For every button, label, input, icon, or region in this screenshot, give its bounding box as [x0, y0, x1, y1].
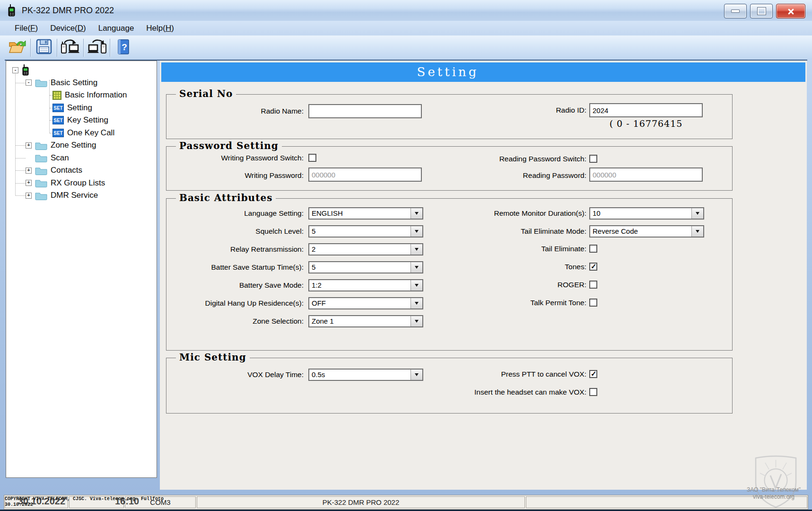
- folder-icon: [35, 191, 47, 200]
- tree-item-basic-information[interactable]: Basic Information: [6, 89, 157, 102]
- remote-monitor-duration-select[interactable]: 10: [589, 207, 704, 220]
- tree-root-radio[interactable]: -: [6, 64, 157, 77]
- write-computer-to-radio-icon: [87, 39, 107, 57]
- battery-save-mode-select[interactable]: 1:2: [308, 279, 423, 291]
- tree-item-key-setting[interactable]: SET Key Setting: [6, 114, 157, 127]
- close-button[interactable]: [776, 4, 805, 18]
- mic-setting-group: Mic Setting VOX Delay Time: 0.5s Press P…: [166, 358, 733, 414]
- tree-item-dmr-service[interactable]: + DMR Service: [6, 189, 157, 202]
- chevron-down-icon[interactable]: [410, 370, 422, 380]
- radio-name-input[interactable]: [308, 104, 422, 118]
- help-book-icon: ?: [117, 39, 130, 57]
- menu-item-language[interactable]: Language: [92, 21, 140, 35]
- squelch-level-label: Squelch Level:: [166, 225, 304, 238]
- radio-id-input[interactable]: [589, 103, 703, 117]
- serial-no-group: Serial No Radio Name: Radio ID: ( 0 - 16…: [166, 94, 733, 139]
- menu-item-device[interactable]: Device(D): [44, 21, 92, 35]
- expand-toggle-icon[interactable]: +: [26, 167, 32, 174]
- remote-monitor-duration-label: Remote Monitor Duration(s):: [449, 207, 586, 220]
- minimize-button[interactable]: [724, 4, 747, 18]
- chevron-down-icon[interactable]: [410, 316, 422, 326]
- reading-password-switch-label: Reading Password Switch:: [449, 154, 586, 164]
- tree-item-one-key-call[interactable]: SET One Key Call: [6, 127, 157, 140]
- expand-toggle-icon[interactable]: +: [26, 193, 32, 199]
- tail-eliminate-checkbox[interactable]: [589, 245, 597, 253]
- tree-item-setting[interactable]: SET Setting: [6, 102, 157, 115]
- tail-eliminate-mode-select[interactable]: Reverse Code: [589, 225, 704, 238]
- squelch-level-select[interactable]: 5: [308, 225, 423, 238]
- chevron-down-icon[interactable]: [691, 226, 703, 237]
- window-controls: [724, 4, 805, 18]
- tree-item-rx-group-lists[interactable]: + RX Group Lists: [6, 177, 157, 190]
- relay-retransmission-select[interactable]: 2: [308, 243, 423, 256]
- language-setting-select[interactable]: ENGLISH: [308, 207, 423, 220]
- application-window: PK-322 DMR PRO 2022 File(F) Device(D) La…: [0, 0, 812, 511]
- save-file-button[interactable]: [32, 37, 56, 58]
- chevron-down-icon[interactable]: [410, 208, 422, 219]
- open-file-button[interactable]: [6, 37, 29, 58]
- toolbar-separator: [83, 39, 84, 57]
- talk-permit-tone-label: Talk Permit Tone:: [449, 298, 586, 308]
- window-title: PK-322 DMR PRO 2022: [22, 0, 114, 21]
- expand-toggle-icon[interactable]: +: [26, 142, 32, 149]
- radio-icon: [22, 64, 30, 76]
- tree-item-scan[interactable]: Scan: [6, 152, 157, 165]
- radio-id-label: Radio ID:: [449, 103, 586, 117]
- read-from-radio-button[interactable]: [59, 37, 82, 58]
- grid-icon: [52, 91, 61, 100]
- menu-item-file[interactable]: File(F): [9, 21, 44, 35]
- chevron-down-icon[interactable]: [410, 280, 422, 291]
- writing-password-switch-label: Writing Password Switch:: [166, 153, 304, 163]
- tones-label: Tones:: [449, 262, 586, 272]
- roger-checkbox[interactable]: [589, 281, 597, 289]
- relay-retransmission-label: Relay Retransmission:: [166, 243, 304, 256]
- press-ptt-cancel-vox-checkbox[interactable]: [589, 370, 597, 378]
- help-button[interactable]: ?: [112, 37, 135, 58]
- settings-page: Setting Serial No Radio Name: Radio ID: …: [160, 61, 807, 490]
- chevron-down-icon[interactable]: [410, 244, 422, 255]
- svg-text:SET: SET: [53, 106, 62, 111]
- collapse-toggle-icon[interactable]: -: [12, 67, 18, 73]
- digital-hang-up-residence-label: Digital Hang Up Residence(s):: [166, 297, 304, 309]
- page-header: Setting: [161, 62, 805, 82]
- collapse-toggle-icon[interactable]: -: [26, 79, 32, 86]
- chevron-down-icon[interactable]: [410, 226, 422, 237]
- toolbar-separator: [57, 39, 58, 57]
- insert-headset-vox-label: Insert the headset can make VOX:: [449, 388, 586, 397]
- tree-item-zone-setting[interactable]: + Zone Setting: [6, 139, 157, 152]
- expand-toggle-icon[interactable]: +: [26, 180, 32, 186]
- talk-permit-tone-checkbox[interactable]: [589, 299, 597, 307]
- folder-icon: [35, 153, 47, 162]
- watermark-site: viva-telecom.org: [746, 493, 801, 501]
- zone-selection-select[interactable]: Zone 1: [308, 315, 423, 327]
- vox-delay-time-select[interactable]: 0.5s: [308, 369, 423, 381]
- svg-text:?: ?: [122, 42, 127, 52]
- minimize-icon: [731, 9, 740, 13]
- tones-checkbox[interactable]: [589, 263, 597, 271]
- chevron-down-icon[interactable]: [410, 262, 422, 273]
- toolbar-separator: [30, 39, 31, 57]
- watermark-company-name: ЗАО "Вита-Телеком": [746, 486, 801, 493]
- write-to-radio-button[interactable]: [85, 37, 109, 58]
- set-icon: SET: [52, 104, 64, 112]
- watermark-date: 30.10.2022: [18, 496, 65, 507]
- tree-item-basic-setting[interactable]: - Basic Setting: [6, 77, 157, 89]
- tree-connector-line: [15, 72, 16, 195]
- reading-password-input[interactable]: [589, 167, 703, 182]
- svg-text:SET: SET: [53, 118, 62, 123]
- reading-password-switch-checkbox[interactable]: [589, 155, 597, 163]
- digital-hang-up-residence-select[interactable]: OFF: [308, 297, 423, 309]
- tree-item-contacts[interactable]: + Contacts: [6, 164, 157, 177]
- writing-password-switch-checkbox[interactable]: [308, 154, 316, 162]
- insert-headset-vox-checkbox[interactable]: [589, 388, 597, 396]
- menu-item-help[interactable]: Help(H): [140, 21, 180, 35]
- password-setting-group: Password Setting Writing Password Switch…: [166, 146, 733, 191]
- batter-save-startup-time-select[interactable]: 5: [308, 261, 423, 273]
- radio-app-icon: [8, 4, 18, 19]
- maximize-button[interactable]: [750, 4, 773, 18]
- chevron-down-icon[interactable]: [410, 298, 422, 308]
- vox-delay-time-label: VOX Delay Time:: [166, 369, 304, 381]
- writing-password-input[interactable]: [308, 167, 422, 182]
- password-setting-group-title: Password Setting: [176, 140, 282, 151]
- chevron-down-icon[interactable]: [691, 208, 703, 219]
